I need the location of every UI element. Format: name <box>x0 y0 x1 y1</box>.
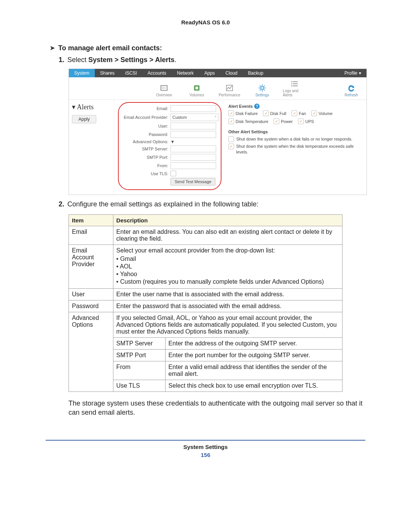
smtp-port-field[interactable] <box>170 154 216 161</box>
step-1-text: Select System > Settings > Alerts. <box>67 56 176 64</box>
nav-network[interactable]: Network <box>172 69 199 77</box>
sidebar-title-text: Alerts <box>77 103 94 111</box>
footer-page: 156 <box>46 452 365 458</box>
label-from: From: <box>121 163 170 168</box>
svg-line-12 <box>260 86 261 87</box>
provider-opt-gmail: Gmail <box>116 256 339 262</box>
chevron-down-icon: ▾ <box>359 70 361 76</box>
svg-point-5 <box>195 86 198 89</box>
cell-item: Email Account Provider <box>69 245 113 289</box>
provider-opt-yahoo: Yahoo <box>116 271 339 278</box>
checkbox-disk-full[interactable]: ✓ <box>263 110 269 116</box>
doc-header: ReadyNAS OS 6.0 <box>46 19 365 26</box>
nav-cloud[interactable]: Cloud <box>220 69 242 77</box>
checkbox-shutdown-temp[interactable]: ✓ <box>228 144 234 149</box>
subnav-refresh[interactable]: Refresh <box>339 84 363 97</box>
cell-desc: Enter the password that is associated wi… <box>113 300 342 312</box>
apply-button[interactable]: Apply <box>72 115 96 123</box>
profile-label: Profile <box>344 70 357 76</box>
volumes-icon <box>193 84 201 92</box>
overview-icon <box>160 84 168 92</box>
smtp-server-field[interactable] <box>170 145 216 152</box>
checkbox-power[interactable]: ✓ <box>274 118 279 124</box>
refresh-icon <box>347 84 355 92</box>
nav-apps[interactable]: Apps <box>199 69 220 77</box>
nav-backup[interactable]: Backup <box>243 69 269 77</box>
svg-point-19 <box>291 81 292 82</box>
subnav-logs[interactable]: Logs and Alerts <box>283 80 307 97</box>
svg-point-21 <box>291 85 292 86</box>
cell-desc: If you selected Gmail, AOL, or Yahoo as … <box>113 312 342 338</box>
label-use-tls: Use TLS: <box>121 171 170 176</box>
chevron-down-icon: ˅ <box>215 115 218 120</box>
svg-rect-0 <box>161 86 167 91</box>
subnav-logs-label: Logs and Alerts <box>283 89 307 97</box>
provider-value: Custom <box>172 115 187 120</box>
email-field[interactable] <box>170 105 216 112</box>
provider-select[interactable]: Custom˅ <box>170 113 218 121</box>
subnav-performance-label: Performance <box>218 93 240 97</box>
event-disk-failure: Disk Failure <box>236 111 258 116</box>
sub-desc: Enter the port number for the outgoing S… <box>165 350 342 361</box>
event-ups: UPS <box>305 119 314 124</box>
from-field[interactable] <box>170 162 216 169</box>
cell-desc: Select your email account provider from … <box>113 245 342 289</box>
sub-desc: Select this check box to use email encry… <box>165 380 342 392</box>
checkbox-shutdown-disk-fail[interactable] <box>228 136 234 142</box>
label-smtp-port: SMTP Port: <box>121 155 170 160</box>
other-alert-2: Shut down the system when the disk tempe… <box>236 144 362 155</box>
top-nav: System Shares iSCSI Accounts Network App… <box>69 69 366 77</box>
email-form: Email: Email Account Provider: Custom˅ U… <box>117 101 222 191</box>
event-volume: Volume <box>319 111 333 116</box>
checkbox-disk-temp[interactable]: ✓ <box>228 118 234 124</box>
nav-profile[interactable]: Profile ▾ <box>339 69 366 77</box>
other-alert-title: Other Alert Settings <box>228 129 362 134</box>
checkbox-fan[interactable]: ✓ <box>292 110 297 116</box>
sub-item: From <box>113 361 165 380</box>
nav-shares[interactable]: Shares <box>95 69 120 77</box>
footer-divider <box>46 440 365 441</box>
subnav-refresh-label: Refresh <box>344 93 358 97</box>
use-tls-checkbox[interactable] <box>170 171 176 176</box>
sub-desc: Enter the address of the outgoing SMTP s… <box>165 338 342 350</box>
settings-screenshot: System Shares iSCSI Accounts Network App… <box>68 69 367 195</box>
subnav-volumes-label: Volumes <box>190 93 204 97</box>
help-icon[interactable]: ? <box>254 104 260 109</box>
advanced-toggle-icon[interactable]: ▼ <box>170 139 175 144</box>
chevron-down-icon: ▾ <box>72 103 75 111</box>
step-2-text: Configure the email settings as explaine… <box>67 200 258 208</box>
nav-accounts[interactable]: Accounts <box>142 69 172 77</box>
svg-line-13 <box>264 89 265 91</box>
subnav-settings-label: Settings <box>255 93 269 97</box>
other-alert-1: Shut down the system when a disk fails o… <box>236 136 352 142</box>
col-desc: Description <box>113 215 342 226</box>
nav-system[interactable]: System <box>69 69 95 77</box>
sub-nav: Overview Volumes Performance Settings Lo… <box>69 77 366 100</box>
subnav-performance[interactable]: Performance <box>217 84 242 97</box>
password-field[interactable] <box>170 131 216 138</box>
label-advanced: Advanced Options: <box>121 139 170 144</box>
subnav-overview[interactable]: Overview <box>152 84 176 97</box>
user-field[interactable] <box>170 123 216 129</box>
subnav-settings[interactable]: Settings <box>250 84 274 97</box>
checkbox-volume[interactable]: ✓ <box>311 110 317 116</box>
send-test-button[interactable]: Send Test Message <box>170 178 215 185</box>
arrow-icon: ➤ <box>49 44 55 52</box>
svg-point-20 <box>291 83 292 85</box>
checkbox-ups[interactable]: ✓ <box>298 118 304 124</box>
sub-item: SMTP Server <box>113 338 165 350</box>
gear-icon <box>258 84 266 92</box>
nav-iscsi[interactable]: iSCSI <box>120 69 142 77</box>
svg-line-15 <box>264 86 265 87</box>
subnav-overview-label: Overview <box>156 93 172 97</box>
subnav-volumes[interactable]: Volumes <box>185 84 209 97</box>
performance-icon <box>225 84 234 92</box>
label-smtp-server: SMTP Server: <box>121 147 170 151</box>
label-provider: Email Account Provider: <box>121 115 170 120</box>
label-email: Email: <box>121 106 170 111</box>
provider-opt-custom: Custom (requires you to manually complet… <box>116 278 339 285</box>
checkbox-disk-failure[interactable]: ✓ <box>228 110 234 116</box>
provider-desc-intro: Select your email account provider from … <box>116 247 275 254</box>
provider-opt-aol: AOL <box>116 263 339 270</box>
label-password: Password: <box>121 132 170 137</box>
